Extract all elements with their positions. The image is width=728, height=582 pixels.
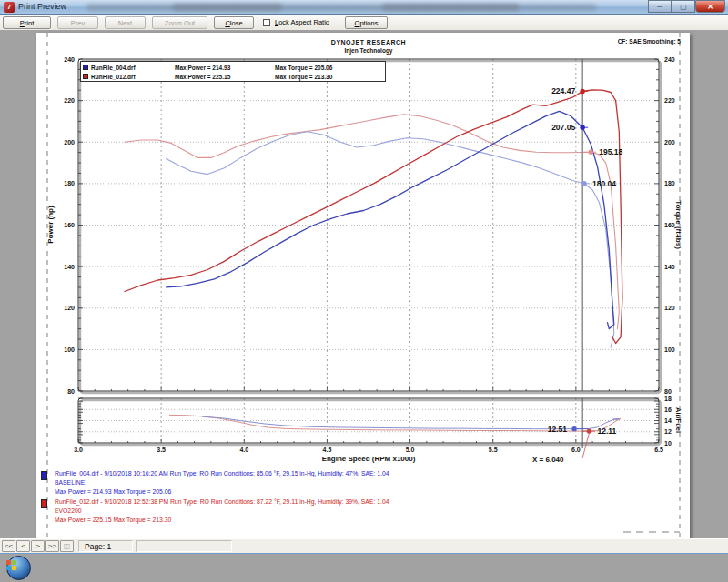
y-axis-tick-label: 140 — [664, 264, 675, 270]
page-number-label: Page: 1 — [85, 542, 111, 551]
run2-line2: EVO2200 — [55, 507, 389, 516]
x-axis-title: Engine Speed (RPM x1000) — [322, 455, 416, 463]
y-axis-tick-label: 200 — [64, 139, 75, 146]
redacted-title-text — [382, 4, 519, 11]
marker-dot — [580, 89, 584, 94]
window-title: Print Preview — [18, 2, 66, 11]
y-axis-tick-label: 100 — [664, 346, 675, 353]
options-button[interactable]: Options — [345, 16, 388, 29]
series-torque_run004 — [167, 132, 614, 347]
legend-file: RunFile_004.drf — [91, 65, 175, 71]
zoom-out-button[interactable]: Zoom Out — [152, 16, 207, 29]
window-titlebar: 7 Print Preview ─ ▢ ✕ — [0, 0, 728, 15]
redacted-title-text — [173, 4, 282, 11]
marker-value-label: 12.51 — [548, 425, 568, 434]
af-axis-title: Air/Fuel — [674, 407, 682, 433]
next-button[interactable]: Next — [105, 16, 146, 29]
run2-line1: RunFile_012.drf - 9/10/2018 12:52:38 PM … — [55, 497, 389, 507]
redacted-title-text — [86, 4, 596, 11]
prev-button[interactable]: Prev — [57, 16, 98, 29]
legend-row: RunFile_004.drf Max Power = 214.93 Max T… — [83, 63, 383, 72]
lock-aspect-ratio-label: Lock Aspect Ratio — [275, 18, 329, 26]
preview-page: 8080100100120120140140160160180180200200… — [36, 33, 690, 538]
y-axis-tick-label: 80 — [664, 388, 672, 395]
series-torque_run012 — [125, 115, 619, 329]
marker-value-label: 180.04 — [592, 179, 616, 188]
report-subtitle: Injen Technology — [78, 47, 659, 54]
marker-value-label: 224.47 — [551, 86, 575, 95]
legend-max-power: Max Power = 214.93 — [175, 65, 275, 71]
marker-dot — [581, 181, 586, 186]
y-axis-tick-label: 140 — [64, 264, 75, 270]
run2-info: RunFile_012.drf - 9/10/2018 12:52:38 PM … — [55, 497, 389, 525]
y-axis-tick-label: 10 — [664, 440, 672, 447]
y-axis-tick-label: 100 — [64, 346, 75, 353]
y-axis-tick-label: 12 — [664, 428, 672, 435]
next-page-button[interactable]: > — [31, 540, 45, 552]
run1-line3: Max Power = 214.93 Max Torque = 205.06 — [55, 487, 389, 497]
run1-info: RunFile_004.drf - 9/10/2018 10:16:20 AM … — [55, 469, 389, 497]
series-power_run012 — [125, 90, 622, 344]
marker-value-label: 195.18 — [599, 147, 622, 156]
x-axis-tick-label: 3.0 — [74, 447, 83, 453]
x-axis-tick-label: 6.0 — [571, 447, 581, 453]
y-axis-tick-label: 18 — [664, 396, 672, 402]
x-axis-tick-label: 3.5 — [157, 447, 166, 453]
y-axis-tick-label: 160 — [64, 222, 75, 228]
run1-line2: BASELINE — [55, 478, 389, 487]
screen: 7 Print Preview ─ ▢ ✕ Print Prev Next Zo… — [0, 0, 728, 582]
marker-dot — [587, 428, 592, 433]
legend-swatch-red — [83, 74, 88, 79]
y-axis-tick-label: 16 — [664, 406, 672, 413]
windows-flag-icon — [6, 560, 17, 570]
y-axis-tick-label: 80 — [67, 388, 75, 395]
toolbar: Print Prev Next Zoom Out Close Lock Aspe… — [0, 15, 728, 31]
run1-line1: RunFile_004.drf - 9/10/2018 10:16:20 AM … — [55, 469, 389, 478]
y-axis-tick-label: 220 — [664, 97, 675, 104]
maximize-button[interactable]: ▢ — [672, 0, 695, 13]
y-axis-tick-label: 180 — [664, 180, 675, 186]
y-axis-tick-label: 180 — [64, 180, 75, 186]
close-window-button[interactable]: ✕ — [695, 0, 725, 13]
marker-dot — [571, 426, 576, 431]
statusbar-cell — [136, 540, 232, 552]
legend-file: RunFile_012.drf — [91, 74, 175, 80]
print-preview-area: 8080100100120120140140160160180180200200… — [0, 30, 728, 538]
app-icon: 7 — [4, 2, 15, 13]
chart-frame-shadow — [80, 400, 661, 445]
x-axis-tick-label: 5.0 — [406, 447, 415, 453]
x-axis-tick-label: 4.0 — [239, 447, 248, 453]
statusbar: << < > >> ◫ Page: 1 — [0, 538, 728, 553]
prev-page-button[interactable]: < — [16, 540, 30, 552]
minimize-button[interactable]: ─ — [648, 0, 672, 13]
run2-line3: Max Power = 225.15 Max Torque = 213.30 — [55, 516, 389, 525]
lock-aspect-ratio-checkbox[interactable] — [263, 19, 270, 26]
marker-dot — [589, 150, 593, 155]
chart-frame-shadow — [80, 61, 661, 393]
marker-dot — [580, 125, 584, 129]
legend-max-torque: Max Torque = 205.06 — [275, 65, 332, 71]
legend-max-torque: Max Torque = 213.30 — [275, 74, 332, 80]
y-axis-tick-label: 120 — [64, 305, 75, 311]
smoothing-label: CF: SAE Smoothing: 5 — [528, 38, 681, 45]
marker-value-label: 12.11 — [597, 426, 616, 436]
run2-swatch — [41, 499, 47, 508]
right-axis-title: Torque (ft-lbs) — [674, 200, 682, 249]
y-axis-tick-label: 200 — [664, 139, 675, 146]
legend-max-power: Max Power = 225.15 — [175, 74, 275, 80]
x-axis-tick-label: 6.5 — [654, 447, 663, 453]
first-page-button[interactable]: << — [2, 540, 15, 552]
y-axis-tick-label: 120 — [664, 305, 675, 311]
dyno-chart: 8080100100120120140140160160180180200200… — [36, 33, 690, 538]
close-preview-button[interactable]: Close — [214, 16, 254, 29]
last-page-button[interactable]: >> — [46, 540, 59, 552]
marker-value-label: 207.05 — [551, 123, 575, 132]
y-axis-tick-label: 220 — [64, 97, 75, 104]
y-axis-tick-label: 240 — [64, 56, 75, 63]
series-power_run004 — [167, 111, 614, 328]
chart-legend: RunFile_004.drf Max Power = 214.93 Max T… — [80, 61, 386, 82]
print-button[interactable]: Print — [3, 16, 51, 29]
legend-row: RunFile_012.drf Max Power = 225.15 Max T… — [83, 72, 383, 81]
x-axis-tick-label: 5.5 — [489, 447, 498, 453]
page-setup-icon[interactable]: ◫ — [60, 540, 74, 552]
